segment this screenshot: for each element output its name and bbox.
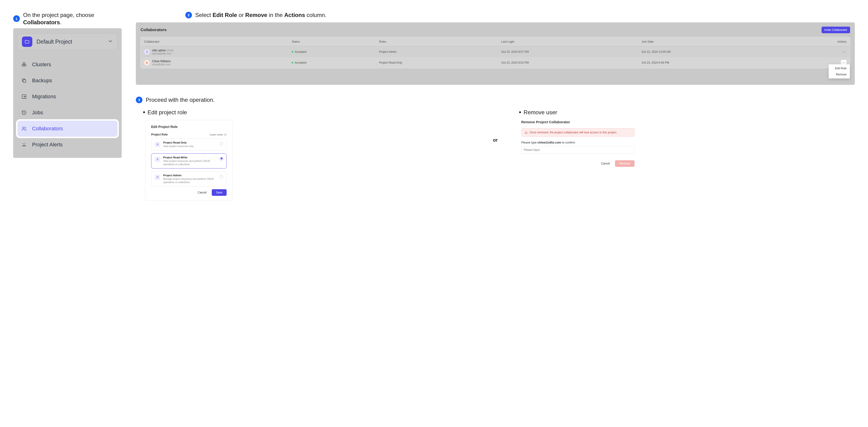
table-row: Z zilliz admin (You) admin@zilliz.com Ac…: [141, 46, 850, 58]
sidebar-panel: Default Project Clusters Backups: [13, 28, 122, 158]
warning-triangle-icon: [524, 131, 528, 134]
sidebar-item-label: Backups: [32, 77, 52, 84]
remove-collaborator-dialog: Remove Project Collaborator Once removed…: [521, 120, 634, 171]
radio-checked-icon: [220, 157, 223, 160]
col-join-date: Join Date: [638, 37, 784, 46]
step-badge-3: 3: [136, 97, 143, 103]
status-dot-icon: [292, 51, 293, 53]
confirm-post: to confirm.: [561, 141, 576, 144]
menu-item-edit-role[interactable]: Edit Role: [829, 65, 850, 71]
role-option-read-only[interactable]: Project Read-Only View project resources…: [151, 138, 227, 150]
chevron-down-icon: [108, 39, 113, 45]
actions-menu: Edit Role Remove: [829, 64, 850, 78]
person-icon: [155, 174, 160, 180]
remove-dialog-title: Remove Project Collaborator: [521, 120, 634, 124]
step1-text-bold: Collaborators: [23, 19, 60, 26]
step3-text: Proceed with the operation.: [146, 96, 215, 103]
row-join-date: Oct 22, 2024 12:05 AM: [638, 46, 784, 58]
confirm-email: chloe@zilliz.com: [537, 141, 561, 144]
svg-rect-0: [23, 80, 26, 83]
sidebar-item-label: Clusters: [32, 62, 51, 68]
step-badge-1: 1: [13, 15, 20, 22]
collaborators-table: Collaborator Status Roles Last Login Joi…: [141, 37, 850, 68]
menu-item-remove[interactable]: Remove: [829, 71, 850, 77]
svg-point-2: [23, 127, 24, 129]
siren-icon: [21, 141, 27, 148]
row-last-login: Oct 23, 2024 8:57 PM: [498, 46, 638, 58]
edit-role-bullet-label: Edit project role: [148, 109, 187, 116]
step1-text-post: .: [60, 19, 62, 26]
invite-collaborator-button[interactable]: Invite Collaborator: [822, 27, 850, 33]
role-option-read-write[interactable]: Project Read-Write View project resource…: [151, 154, 227, 168]
import-icon: [21, 93, 27, 100]
confirm-pre: Please type: [521, 141, 538, 144]
row-actions-button[interactable]: ⋯: [841, 49, 846, 55]
folder-icon: [22, 36, 32, 47]
person-icon: [155, 157, 160, 162]
remove-user-bullet-label: Remove user: [524, 109, 557, 116]
avatar: A: [144, 60, 150, 66]
col-roles: Roles: [376, 37, 498, 46]
warning-text: Once removed, the project collaborator w…: [530, 131, 617, 134]
col-actions: Actions: [784, 37, 850, 46]
sidebar-item-project-alerts[interactable]: Project Alerts: [18, 137, 118, 153]
role-title: Project Admin: [163, 174, 217, 177]
step1-text-pre: On the project page, choose: [23, 12, 94, 18]
step2-mid2: in the: [267, 12, 284, 18]
sidebar-item-clusters[interactable]: Clusters: [18, 57, 118, 73]
external-link-icon: [224, 133, 227, 136]
radio-icon: [220, 142, 223, 145]
edit-role-dialog: Edit Project Role Project Role Learn mor…: [145, 120, 232, 201]
remove-button[interactable]: Remove: [615, 160, 634, 167]
sidebar-item-backups[interactable]: Backups: [18, 73, 118, 89]
project-selector[interactable]: Default Project: [18, 33, 118, 50]
or-separator: or: [488, 109, 502, 143]
row-status: Accepted: [294, 61, 306, 64]
collaborators-title: Collaborators: [141, 28, 167, 32]
you-tag: (You): [167, 49, 173, 52]
save-button[interactable]: Save: [212, 189, 227, 196]
learn-more-text: Learn more: [210, 133, 223, 136]
project-name: Default Project: [36, 39, 103, 45]
row-role: Project Read-Only: [376, 57, 498, 68]
col-status: Status: [288, 37, 376, 46]
sidebar-item-label: Jobs: [32, 109, 43, 116]
col-last-login: Last Login: [498, 37, 638, 46]
cancel-button[interactable]: Cancel: [598, 160, 613, 167]
sidebar-item-label: Migrations: [32, 94, 56, 100]
step2-b3: Actions: [284, 12, 305, 18]
sidebar-item-label: Collaborators: [32, 126, 63, 132]
svg-point-3: [157, 143, 158, 144]
step2-b1: Edit Role: [213, 12, 237, 18]
warning-box: Once removed, the project collaborator w…: [521, 128, 634, 137]
step-badge-2: 2: [185, 12, 192, 19]
role-option-admin[interactable]: Project Admin Manage project resources a…: [151, 171, 227, 187]
step1-heading: 1 On the project page, choose Collaborat…: [13, 11, 122, 26]
edit-role-title: Edit Project Role: [151, 125, 227, 129]
step2-pre: Select: [195, 12, 213, 18]
sidebar-item-migrations[interactable]: Migrations: [18, 89, 118, 105]
person-icon: [155, 142, 160, 147]
col-collaborator: Collaborator: [141, 37, 288, 46]
svg-point-5: [157, 176, 158, 177]
history-icon: [21, 109, 27, 116]
row-last-login: Oct 23, 2024 8:52 PM: [498, 57, 638, 68]
step2-heading: 2 Select Edit Role or Remove in the Acti…: [185, 11, 855, 19]
people-icon: [21, 125, 27, 132]
edit-role-bullet: • Edit project role: [143, 109, 479, 116]
row-join-date: Oct 23, 2024 8:45 PM: [638, 57, 784, 68]
cancel-button[interactable]: Cancel: [195, 189, 209, 196]
step2-post: column.: [305, 12, 327, 18]
radio-icon: [220, 175, 223, 178]
sidebar-item-jobs[interactable]: Jobs: [18, 105, 118, 121]
confirm-input[interactable]: [521, 146, 634, 154]
row-name: zilliz admin: [152, 49, 166, 52]
row-status: Accepted: [294, 50, 306, 54]
table-row: A Chloe Williams chloe@zilliz.com Accept…: [141, 57, 850, 68]
sidebar-item-collaborators[interactable]: Collaborators: [18, 121, 118, 137]
learn-more-link[interactable]: Learn more: [210, 133, 227, 136]
remove-user-bullet: • Remove user: [519, 109, 855, 116]
row-email: chloe@zilliz.com: [152, 63, 171, 66]
copy-icon: [21, 77, 27, 84]
avatar: Z: [144, 49, 150, 55]
